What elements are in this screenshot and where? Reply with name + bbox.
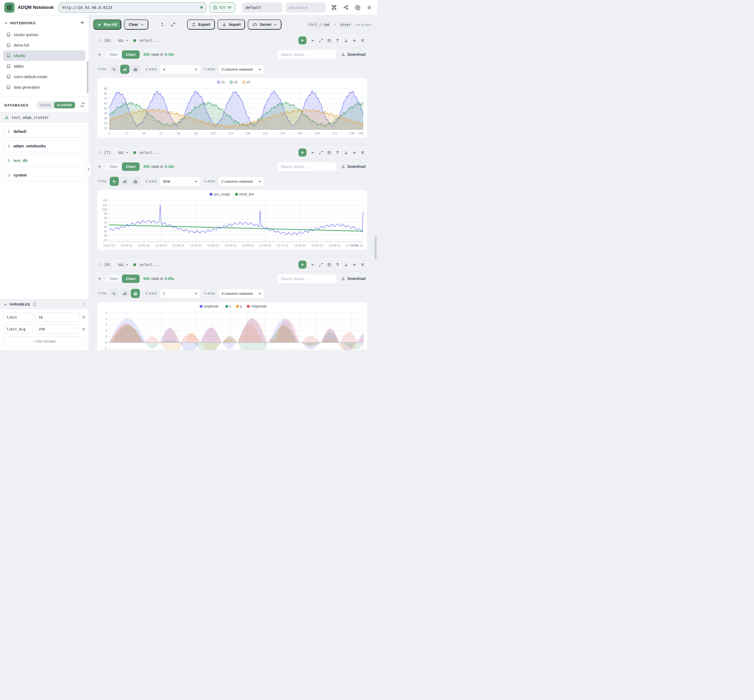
chart-type-bar-button[interactable] xyxy=(131,65,140,74)
chart-type-area-button[interactable] xyxy=(120,177,130,186)
x-axis-select[interactable]: time xyxy=(160,177,201,186)
cell-fullscreen-button[interactable] xyxy=(317,151,325,155)
cell-collapse-button[interactable] xyxy=(309,151,317,155)
chart-type-line-button[interactable] xyxy=(110,289,119,298)
y-axis-select[interactable]: 2 columns selected xyxy=(218,177,264,186)
variable-value-input[interactable] xyxy=(35,324,80,334)
duplicate-cell-button[interactable] xyxy=(325,263,333,267)
cell-language-dropdown[interactable]: SQL xyxy=(118,39,128,42)
delete-cell-button[interactable] xyxy=(358,263,367,266)
sidebar-item-demo-full[interactable]: demo full xyxy=(3,40,86,50)
chevron-down-icon[interactable] xyxy=(4,21,8,25)
table-view-button[interactable]: Table xyxy=(105,162,122,171)
run-cell-button[interactable] xyxy=(299,36,307,44)
move-cell-up-button[interactable] xyxy=(333,39,342,42)
results-collapse-button[interactable] xyxy=(98,277,102,280)
add-variable-button[interactable]: + Add Variable xyxy=(3,336,86,346)
cell-language-dropdown[interactable]: SQL xyxy=(118,263,128,267)
sidebar-database-test_db[interactable]: test_db xyxy=(3,155,86,167)
add-cell-button[interactable] xyxy=(350,263,358,267)
duplicate-cell-button[interactable] xyxy=(325,39,333,42)
remove-variable-button[interactable] xyxy=(82,316,86,319)
chart-view-button[interactable]: Chart xyxy=(122,162,139,171)
cell-fullscreen-button[interactable] xyxy=(317,39,325,42)
cell-query-preview[interactable]: select... xyxy=(139,38,160,42)
share-button[interactable] xyxy=(343,4,349,11)
search-results-input[interactable] xyxy=(277,274,336,283)
main-scrollbar[interactable] xyxy=(375,237,377,259)
move-cell-down-button[interactable] xyxy=(342,151,350,155)
sidebar-database-system[interactable]: system xyxy=(3,169,86,181)
cell-language-dropdown[interactable]: SQL xyxy=(118,151,128,155)
cell-query-preview[interactable]: select... xyxy=(139,262,160,267)
duplicate-cell-button[interactable] xyxy=(325,151,333,155)
sidebar-item-tables[interactable]: tables xyxy=(3,61,86,71)
x-axis-select[interactable]: t xyxy=(160,289,201,298)
download-button[interactable]: Download xyxy=(340,277,367,281)
add-cell-button[interactable] xyxy=(350,39,358,42)
download-button[interactable]: Download xyxy=(340,164,367,169)
variable-value-input[interactable] xyxy=(35,312,80,322)
y-axis-select[interactable]: 4 columns selected xyxy=(218,289,264,298)
server-button[interactable]: Server xyxy=(248,19,282,30)
chart-view-button[interactable]: Chart xyxy=(122,50,139,59)
search-results-input[interactable] xyxy=(277,50,336,59)
chart-type-area-button[interactable] xyxy=(120,65,130,74)
password-input[interactable] xyxy=(285,2,326,12)
table-view-button[interactable]: Table xyxy=(105,50,122,59)
results-collapse-button[interactable] xyxy=(98,53,102,56)
cell-collapse-button[interactable] xyxy=(309,263,317,266)
run-all-button[interactable]: Run All xyxy=(93,19,121,30)
add-notebook-button[interactable] xyxy=(80,20,84,26)
move-cell-down-button[interactable] xyxy=(342,263,350,267)
server-url-input[interactable] xyxy=(62,5,200,10)
sidebar-scrollbar[interactable] xyxy=(87,61,88,93)
sidebar-collapse-handle[interactable] xyxy=(86,162,91,177)
username-input[interactable] xyxy=(242,2,282,12)
chart-type-line-button[interactable] xyxy=(110,65,119,74)
db-scope-local[interactable]: LOCAL xyxy=(37,102,54,108)
export-button[interactable]: Export xyxy=(187,19,215,30)
drag-handle-icon[interactable] xyxy=(98,151,101,155)
refresh-databases-button[interactable] xyxy=(80,102,85,108)
settings-button[interactable] xyxy=(354,4,361,11)
y-axis-select[interactable]: 3 columns selected xyxy=(218,64,264,74)
remove-variable-button[interactable] xyxy=(82,327,86,331)
sidebar-database-adqm_notebooks[interactable]: adqm_notebooks xyxy=(3,140,86,152)
run-cell-button[interactable] xyxy=(299,148,307,156)
expand-all-button[interactable] xyxy=(169,22,177,27)
move-cell-up-button[interactable] xyxy=(333,263,342,267)
chart-type-area-button[interactable] xyxy=(120,289,130,298)
cell-query-preview[interactable]: select... xyxy=(139,150,160,155)
server-url-field[interactable] xyxy=(59,2,206,12)
delete-cell-button[interactable] xyxy=(358,151,367,155)
chart-type-line-button[interactable] xyxy=(110,177,119,186)
cluster-row[interactable]: test_adqm_cluster xyxy=(0,112,89,123)
move-cell-up-button[interactable] xyxy=(333,151,342,155)
sidebar-item-cluster-queries[interactable]: cluster queries xyxy=(3,30,86,40)
download-button[interactable]: Download xyxy=(340,52,367,56)
cell-fullscreen-button[interactable] xyxy=(317,263,325,267)
table-view-button[interactable]: Table xyxy=(105,275,122,283)
clear-button[interactable]: Clear xyxy=(124,19,148,30)
search-results-input[interactable] xyxy=(277,162,336,171)
add-cell-button[interactable] xyxy=(350,151,358,155)
chart-view-button[interactable]: Chart xyxy=(122,275,139,283)
shortcuts-button[interactable] xyxy=(331,4,338,11)
delete-cell-button[interactable] xyxy=(358,39,367,42)
variable-name-input[interactable] xyxy=(3,312,33,322)
chevron-down-icon[interactable] xyxy=(4,303,7,306)
collapse-all-button[interactable] xyxy=(158,22,166,27)
db-scope-cluster[interactable]: CLUSTER xyxy=(54,102,75,108)
sidebar-database-default[interactable]: default xyxy=(3,125,86,138)
drag-handle-icon[interactable] xyxy=(98,263,101,267)
chart-type-bar-button[interactable] xyxy=(131,177,140,186)
variable-name-input[interactable] xyxy=(3,324,33,334)
results-collapse-button[interactable] xyxy=(98,165,102,169)
sidebar-item-users-default-create[interactable]: users-default-create xyxy=(3,71,86,82)
run-cell-button[interactable] xyxy=(299,261,307,269)
import-button[interactable]: Import xyxy=(217,19,245,30)
move-cell-down-button[interactable] xyxy=(342,39,350,42)
chart-type-bar-button[interactable] xyxy=(131,289,140,298)
drag-handle-icon[interactable] xyxy=(98,39,101,42)
